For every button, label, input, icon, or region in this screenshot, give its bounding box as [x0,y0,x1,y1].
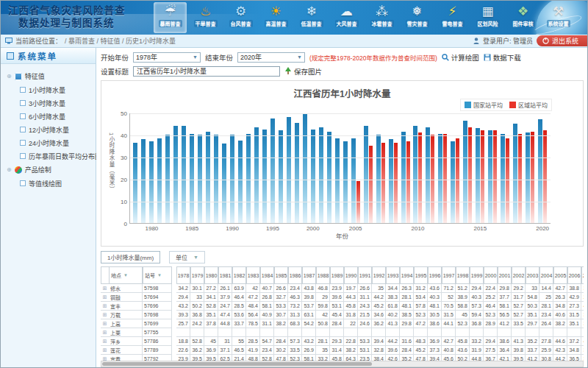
toolbar-button-雷电普查[interactable]: ⚡雷电普查 [436,2,469,33]
column-header-year-1987[interactable]: 1987 [302,266,316,284]
sidebar-item-12小时降水量[interactable]: 12小时降水量 [2,123,94,136]
bar-区域站平均-2009[interactable] [406,141,410,223]
column-header-year-2001[interactable]: 2001 [498,266,512,284]
row-expander-icon[interactable]: ⊞ [101,328,109,337]
bar-区域站平均-2015[interactable] [481,130,484,223]
bar-区域站平均-2011[interactable] [431,135,434,223]
logout-button[interactable]: 退出系统 [537,35,587,46]
column-header-year-2000[interactable]: 2000 [484,266,498,284]
save-image-button[interactable]: 保存图片 [284,66,322,77]
filter-icon[interactable]: ▼ [157,273,162,277]
bar-国家站平均-2017[interactable] [501,134,505,224]
bar-国家站平均-2019[interactable] [526,132,530,223]
column-header-year-1992[interactable]: 1992 [372,266,386,284]
bar-国家站平均-1999[interactable] [303,114,307,224]
bar-区域站平均-2008[interactable] [394,143,398,224]
bar-国家站平均-2008[interactable] [389,139,393,223]
bar-国家站平均-2006[interactable] [364,126,368,223]
filter-icon[interactable]: ▼ [123,273,128,277]
column-header-year-1981[interactable]: 1981 [218,266,232,284]
bar-国家站平均-1994[interactable] [262,130,267,224]
row-expander-icon[interactable]: ⊞ [101,284,109,293]
row-expander-icon[interactable]: ⊞ [101,346,109,355]
sidebar-item-3小时降水量[interactable]: 3小时降水量 [2,96,94,110]
column-header-year-2007[interactable]: 2007 [581,266,584,284]
tree-toggle-icon[interactable]: ⊕ [7,73,12,79]
tree-toggle-icon[interactable]: ⊕ [7,166,12,173]
checkbox-icon[interactable] [20,127,26,132]
bar-区域站平均-2012[interactable] [443,134,447,224]
bar-国家站平均-2010[interactable] [413,126,417,223]
data-download-button[interactable]: 数据下载 [484,52,521,63]
column-header-year-1980[interactable]: 1980 [204,266,218,284]
row-expander-icon[interactable]: ⊞ [101,311,109,319]
bar-国家站平均-2000[interactable] [311,130,315,224]
bar-国家站平均-1978[interactable] [133,143,137,224]
column-header-year-1994[interactable]: 1994 [400,266,414,284]
column-header-year-2004[interactable]: 2004 [539,266,553,284]
bar-国家站平均-2016[interactable] [488,130,492,223]
toolbar-button-区划风险[interactable]: ▦区划风险 [471,2,504,33]
column-header-year-1988[interactable]: 1988 [316,266,330,284]
sidebar-item-24小时降水量[interactable]: 24小时降水量 [2,136,94,149]
row-expander-icon[interactable]: ⊞ [101,337,109,346]
bar-国家站平均-1985[interactable] [190,134,194,224]
sidebar-item-6小时降水量[interactable]: 6小时降水量 [2,110,94,123]
column-header-year-1982[interactable]: 1982 [232,266,246,284]
bar-区域站平均-2017[interactable] [506,138,509,224]
bar-国家站平均-1998[interactable] [295,123,299,224]
sidebar-item-等值线绘图[interactable]: 等值线绘图 [2,177,94,190]
column-header-year-1999[interactable]: 1999 [470,266,484,284]
tree-group-产品绘制[interactable]: ⊕产品绘制 [2,163,94,177]
bar-国家站平均-2011[interactable] [426,127,430,224]
row-expander-icon[interactable]: ⊞ [101,293,109,302]
bar-国家站平均-1983[interactable] [173,126,178,223]
bar-国家站平均-2005[interactable] [351,138,356,224]
bar-国家站平均-2018[interactable] [513,124,517,223]
sidebar-item-1小时降水量[interactable]: 1小时降水量 [2,83,94,96]
bar-区域站平均-2019[interactable] [531,132,534,224]
bar-国家站平均-2015[interactable] [476,128,480,223]
start-year-select[interactable]: 1978年 ▼ [133,52,201,63]
column-header-year-2005[interactable]: 2005 [553,266,567,284]
bar-区域站平均-2018[interactable] [518,134,522,224]
column-header-year-2006[interactable]: 2006 [567,266,581,284]
bar-国家站平均-1990[interactable] [230,135,234,223]
column-header-year-1984[interactable]: 1984 [260,266,274,284]
bar-国家站平均-1984[interactable] [182,126,186,223]
column-header-year-1995[interactable]: 1995 [414,266,428,284]
toolbar-button-干旱普查[interactable]: ♨干旱普查 [189,2,222,33]
bar-国家站平均-1989[interactable] [222,144,226,223]
bar-区域站平均-2020[interactable] [543,130,547,223]
toolbar-button-图件审核[interactable]: ❖图件审核 [506,2,539,33]
column-header-year-1998[interactable]: 1998 [456,266,470,284]
bar-国家站平均-1979[interactable] [141,139,146,223]
bar-国家站平均-2012[interactable] [438,134,442,224]
bar-国家站平均-2009[interactable] [401,132,406,224]
bar-国家站平均-2003[interactable] [335,138,340,224]
bar-国家站平均-1996[interactable] [279,130,283,223]
column-header-year-2003[interactable]: 2003 [526,266,539,284]
bar-国家站平均-1995[interactable] [270,118,275,224]
row-expander-icon[interactable]: ⊞ [101,319,109,328]
checkbox-icon[interactable] [20,153,26,159]
checkbox-icon[interactable] [20,100,26,106]
bar-国家站平均-1992[interactable] [246,134,251,224]
column-header-year-1978[interactable]: 1978 [176,266,190,284]
bar-国家站平均-2013[interactable] [451,141,455,223]
bar-国家站平均-1986[interactable] [198,135,202,223]
unit-filter-dropdown[interactable]: 单位 ▼ [169,251,205,263]
column-header-year-1991[interactable]: 1991 [358,266,372,284]
toolbar-button-雪灾普查[interactable]: ❅雪灾普查 [401,2,434,33]
bar-区域站平均-2007[interactable] [381,143,385,224]
bar-国家站平均-1982[interactable] [165,135,170,223]
checkbox-icon[interactable] [20,140,26,146]
bar-国家站平均-2004[interactable] [343,141,348,223]
bar-区域站平均-2013[interactable] [456,138,459,224]
toolbar-button-大风普查[interactable]: ☁大风普查 [330,2,363,33]
bar-国家站平均-1987[interactable] [206,132,210,224]
column-header-year-1983[interactable]: 1983 [246,266,260,284]
bar-国家站平均-1997[interactable] [287,117,291,223]
column-header-year-1979[interactable]: 1979 [190,266,204,284]
toolbar-button-低温普查[interactable]: ❄低温普查 [295,2,328,33]
